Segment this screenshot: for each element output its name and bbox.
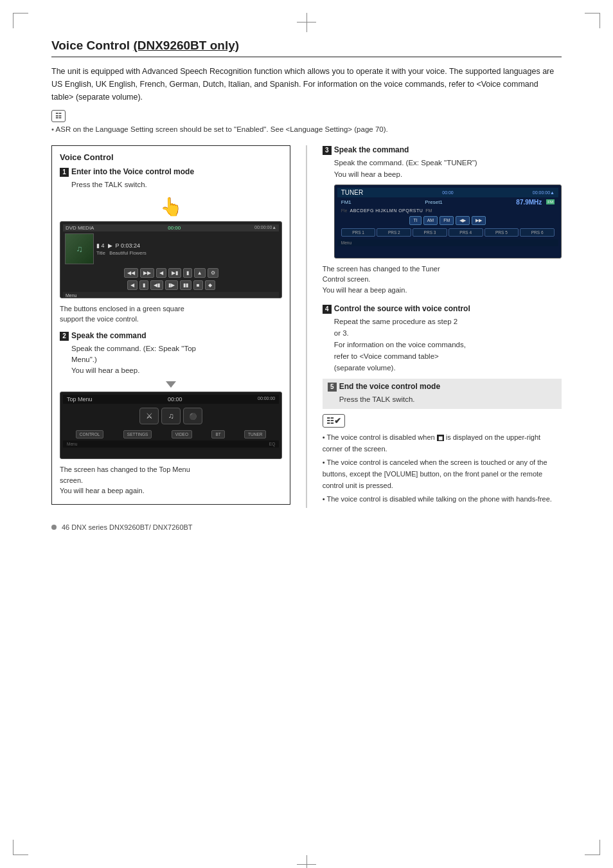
corner-mark-tl xyxy=(13,13,28,28)
step3-caption: The screen has changed to the Tuner Cont… xyxy=(323,264,562,296)
page-footer: 46 DNX series DNX9260BT/ DNX7260BT xyxy=(51,523,562,531)
tuner-header: TUNER 00:00 00:00:00▲ xyxy=(337,188,558,197)
dvd-title: Title Beautiful Flowers xyxy=(96,250,277,256)
tuner-preset-3: PRS 3 xyxy=(413,228,447,237)
step1-header: 1 Enter into the Voice control mode xyxy=(60,167,282,177)
step1-content: Press the TALK switch. xyxy=(71,179,282,190)
tuner-preset-2: PRS 2 xyxy=(377,228,411,237)
footer-text: 46 DNX series DNX9260BT/ DNX7260BT xyxy=(62,523,193,531)
dvd-info: ▮ 4 ▶ P 0:03:24 Title Beautiful Flowers xyxy=(96,242,277,256)
dvd-btn-ff: ▶▶ xyxy=(140,268,154,278)
tuner-alphabet: ABCDEFG HIJKLMN OPQRSTU xyxy=(350,208,423,213)
corner-mark-br xyxy=(585,840,600,855)
corner-mark-bl xyxy=(13,840,28,855)
tuner-menu-bar: Menu xyxy=(337,239,558,246)
topmenu-bottom-row: CONTROL SETTINGS VIDEO BT TUNER xyxy=(63,428,279,440)
topmenu-icon-nav: ⚔ xyxy=(139,408,159,424)
step2-header: 2 Speak the command xyxy=(60,331,282,341)
left-column: Voice Control 1 Enter into the Voice con… xyxy=(51,145,290,505)
step5-header: 5 End the voice control mode xyxy=(328,382,556,392)
topmenu-btn-tuner: TUNER xyxy=(244,430,266,439)
step2-label: Speak the command xyxy=(71,331,147,340)
step4-label: Control the source with voice control xyxy=(334,304,470,313)
tuner-preset-1: PRS 1 xyxy=(341,228,376,237)
step5-section: 5 End the voice control mode Press the T… xyxy=(323,379,562,409)
dvd-btn-prev: ◀◀ xyxy=(124,268,138,278)
dvd-menu-bar: Menu xyxy=(63,292,279,298)
tuner-btn-ti: TI xyxy=(409,216,421,225)
column-divider xyxy=(306,145,307,508)
step3-section: 3 Speak the command Speak the command. (… xyxy=(323,145,562,295)
tuner-freq: 87.9MHz xyxy=(516,199,542,206)
arrow-down-1 xyxy=(166,381,176,388)
note-item-2: The voice control is canceled when the s… xyxy=(323,457,562,491)
topmenu-btn-control: CONTROL xyxy=(76,430,104,439)
topmenu-footer: MenuEQ xyxy=(63,440,279,448)
topmenu-header: Top Menu 00:00 00:00:00 xyxy=(63,395,279,404)
notes-icon-container: ☷✔ xyxy=(323,414,562,429)
tuner-alpha-row: Fle ABCDEFG HIJKLMN OPQRSTU FM xyxy=(337,207,558,214)
tuner-presets: PRS 1 PRS 2 PRS 3 PRS 4 PRS 5 PRS 6 xyxy=(337,227,558,238)
intro-text: The unit is equipped with Advanced Speec… xyxy=(51,65,562,104)
step4-section: 4 Control the source with voice control … xyxy=(323,304,562,374)
step3-header: 3 Speak the command xyxy=(323,145,562,155)
step3-number: 3 xyxy=(323,146,332,155)
tuner-preset-4: PRS 4 xyxy=(449,228,483,237)
dvd-header: DVD MEDIA 00:00 00:00:00▲ xyxy=(63,224,279,231)
topmenu-btn-bt: BT xyxy=(211,430,224,439)
note-item-1: The voice control is disabled when ◼ is … xyxy=(323,432,562,455)
tuner-btn-next: ▶▶ xyxy=(472,216,486,225)
dvd-btn-settings: ⚙ xyxy=(208,268,218,278)
tuner-btn-fm: FM xyxy=(440,216,454,225)
tuner-screen: TUNER 00:00 00:00:00▲ FM1 Preset1 87.9MH… xyxy=(334,185,562,258)
dvd-btn-play: ▶▮ xyxy=(168,268,181,278)
voice-control-box: Voice Control 1 Enter into the Voice con… xyxy=(51,145,290,505)
dvd-body: ♫ ▮ 4 ▶ P 0:03:24 Title Beautiful Flower… xyxy=(63,231,279,267)
step4-header: 4 Control the source with voice control xyxy=(323,304,562,314)
step3-label: Speak the command xyxy=(334,145,409,154)
dvd-btn-e: ▮▮ xyxy=(180,280,191,290)
topmenu-screen: Top Menu 00:00 00:00:00 ⚔ ♫ ⚫ xyxy=(60,392,282,459)
asr-note: • ASR on the Language Setting screen sho… xyxy=(51,124,562,135)
footer-dot xyxy=(51,525,57,530)
step2-caption: The screen has changed to the Top Menu s… xyxy=(60,464,282,496)
step5-label: End the voice control mode xyxy=(339,382,440,391)
dvd-controls2: ◀ ▮ ◀▮ ▮▶ ▮▮ ■ ◆ xyxy=(63,279,279,291)
dvd-btn-eject: ▲ xyxy=(194,268,206,278)
step2-number: 2 xyxy=(60,332,69,341)
dvd-btn-f: ■ xyxy=(193,280,203,290)
topmenu-btn-video: VIDEO xyxy=(172,430,192,439)
asr-icon: ☷ xyxy=(51,110,66,122)
notes-asr-icon: ☷✔ xyxy=(323,414,345,428)
tuner-btn-prev: ◀▶ xyxy=(456,216,470,225)
hand-icon: 👆 xyxy=(60,196,282,217)
topmenu-icon-ipod: ♫ xyxy=(161,408,181,424)
step4-content: Repeat the same procedure as step 2 or 3… xyxy=(334,316,562,374)
voice-control-title: Voice Control xyxy=(60,152,282,162)
topmenu-icons: ⚔ ♫ ⚫ xyxy=(63,404,279,428)
dvd-screen: DVD MEDIA 00:00 00:00:00▲ ♫ ▮ 4 ▶ P 0:03… xyxy=(60,221,282,298)
tuner-btn-am: AM xyxy=(423,216,438,225)
two-col-layout: Voice Control 1 Enter into the Voice con… xyxy=(51,145,562,508)
tuner-preset-6: PRS 6 xyxy=(520,228,555,237)
step5-number: 5 xyxy=(328,383,337,392)
tuner-preset-5: PRS 5 xyxy=(484,228,519,237)
dvd-btn-d: ▮▶ xyxy=(165,280,178,290)
step5-content: Press the TALK switch. xyxy=(339,394,556,406)
dvd-thumbnail: ♫ xyxy=(65,233,94,264)
dvd-btn-a: ◀ xyxy=(127,280,138,290)
corner-mark-tr xyxy=(585,13,600,28)
topmenu-btn-settings: SETTINGS xyxy=(123,430,152,439)
step1-label: Enter into the Voice control mode xyxy=(71,167,194,176)
tuner-station: FM1 xyxy=(341,199,351,205)
tuner-buttons: TI AM FM ◀▶ ▶▶ xyxy=(337,214,558,227)
step1-number: 1 xyxy=(60,168,69,177)
dvd-controls: ◀◀ ▶▶ ◀ ▶▮ ▮ ▲ ⚙ xyxy=(63,267,279,279)
note-item-3: The voice control is disabled while talk… xyxy=(323,494,562,505)
notes-list: The voice control is disabled when ◼ is … xyxy=(323,432,562,505)
tuner-preset-label: Preset1 xyxy=(425,199,443,205)
right-column: 3 Speak the command Speak the command. (… xyxy=(323,145,562,508)
step3-content: Speak the command. (Ex: Speak "TUNER") Y… xyxy=(334,158,562,181)
step2-content: Speak the command. (Ex: Speak "Top Menu"… xyxy=(71,343,282,377)
step1-caption: The buttons enclosed in a green square s… xyxy=(60,303,282,325)
